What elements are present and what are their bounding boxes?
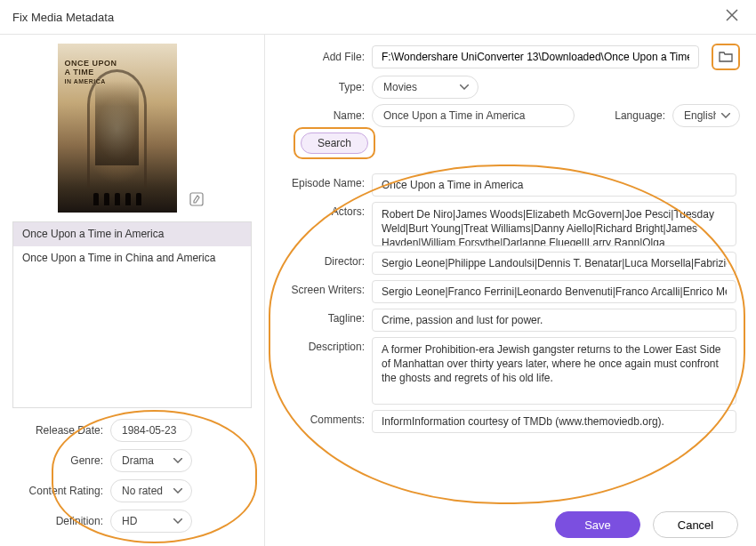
director-input[interactable] bbox=[372, 252, 736, 275]
tagline-input[interactable] bbox=[372, 309, 736, 332]
save-button[interactable]: Save bbox=[555, 511, 640, 538]
footer-buttons: Save Cancel bbox=[270, 506, 740, 538]
cancel-button[interactable]: Cancel bbox=[653, 511, 738, 538]
type-label: Type: bbox=[270, 81, 365, 93]
actors-input[interactable] bbox=[372, 202, 736, 246]
search-results-list: Once Upon a Time in America Once Upon a … bbox=[12, 221, 252, 408]
name-label: Name: bbox=[270, 109, 365, 122]
screen-writers-input[interactable] bbox=[372, 280, 736, 303]
add-file-label: Add File: bbox=[270, 51, 365, 63]
add-file-input[interactable] bbox=[372, 45, 699, 68]
folder-icon bbox=[719, 51, 733, 63]
poster-title-line1: ONCE UPON bbox=[65, 59, 117, 68]
screen-writers-label: Screen Writers: bbox=[270, 280, 365, 296]
type-select[interactable]: Movies bbox=[372, 76, 479, 99]
poster-section: ONCE UPON A TIME IN AMERICA bbox=[12, 44, 252, 213]
content-rating-label: Content Rating: bbox=[14, 485, 103, 497]
comments-input[interactable] bbox=[372, 410, 736, 433]
svg-rect-0 bbox=[190, 193, 203, 205]
lower-form: Release Date: Genre: Drama Content Ratin… bbox=[12, 412, 252, 540]
close-icon[interactable] bbox=[720, 7, 744, 27]
details-section: Episode Name: Actors: Director: Screen W… bbox=[270, 165, 740, 501]
director-label: Director: bbox=[270, 252, 365, 268]
episode-name-input[interactable] bbox=[372, 173, 736, 197]
release-date-label: Release Date: bbox=[14, 424, 103, 437]
language-label: Language: bbox=[615, 109, 665, 122]
actors-label: Actors: bbox=[270, 202, 365, 218]
left-panel: ONCE UPON A TIME IN AMERICA Once Upon a … bbox=[0, 35, 265, 546]
edit-poster-icon[interactable] bbox=[186, 189, 207, 213]
genre-label: Genre: bbox=[14, 454, 103, 467]
tagline-label: Tagline: bbox=[270, 309, 365, 325]
movie-poster: ONCE UPON A TIME IN AMERICA bbox=[58, 44, 177, 213]
language-select[interactable]: English bbox=[672, 104, 740, 127]
name-input[interactable] bbox=[372, 104, 575, 127]
main-content: ONCE UPON A TIME IN AMERICA Once Upon a … bbox=[0, 35, 756, 546]
description-label: Description: bbox=[270, 337, 365, 353]
release-date-input[interactable] bbox=[110, 419, 192, 442]
window-header: Fix Media Metadata bbox=[0, 0, 756, 35]
episode-name-label: Episode Name: bbox=[270, 173, 365, 189]
definition-label: Definition: bbox=[14, 515, 103, 527]
content-rating-select[interactable]: No rated bbox=[110, 479, 192, 502]
list-item[interactable]: Once Upon a Time in China and America bbox=[13, 246, 251, 270]
browse-folder-button[interactable] bbox=[712, 44, 740, 70]
top-form: Add File: Type: Movies Name: Language: E… bbox=[270, 44, 740, 159]
right-panel: Add File: Type: Movies Name: Language: E… bbox=[265, 35, 756, 546]
description-input[interactable] bbox=[372, 337, 736, 405]
search-button[interactable]: Search bbox=[301, 132, 368, 154]
poster-title-line2: A TIME bbox=[65, 68, 94, 76]
definition-select[interactable]: HD bbox=[110, 510, 192, 533]
comments-label: Comments: bbox=[270, 410, 365, 426]
list-item[interactable]: Once Upon a Time in America bbox=[13, 222, 251, 246]
genre-select[interactable]: Drama bbox=[110, 449, 192, 472]
window-title: Fix Media Metadata bbox=[12, 11, 114, 24]
poster-title-line3: IN AMERICA bbox=[65, 78, 106, 84]
